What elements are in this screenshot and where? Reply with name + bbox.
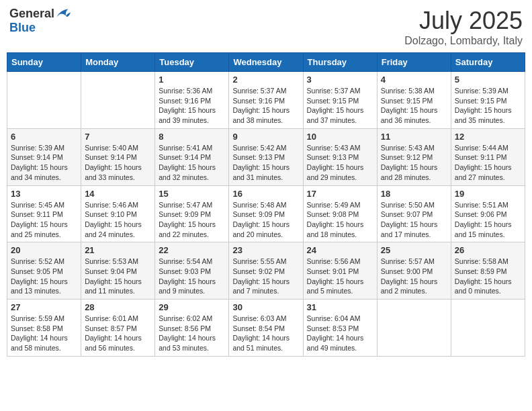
calendar-cell: 11Sunrise: 5:43 AMSunset: 9:12 PMDayligh… xyxy=(377,128,451,185)
day-number: 13 xyxy=(11,189,77,199)
calendar-cell: 16Sunrise: 5:48 AMSunset: 9:09 PMDayligh… xyxy=(229,185,303,242)
calendar-cell: 19Sunrise: 5:51 AMSunset: 9:06 PMDayligh… xyxy=(451,185,525,242)
calendar-cell xyxy=(451,300,525,357)
day-info: Sunrise: 5:46 AMSunset: 9:10 PMDaylight:… xyxy=(85,200,151,240)
calendar-cell: 20Sunrise: 5:52 AMSunset: 9:05 PMDayligh… xyxy=(7,242,81,300)
location-subtitle: Dolzago, Lombardy, Italy xyxy=(404,35,523,47)
calendar-cell: 12Sunrise: 5:44 AMSunset: 9:11 PMDayligh… xyxy=(451,128,525,185)
logo: General Blue xyxy=(9,7,71,35)
day-info: Sunrise: 5:51 AMSunset: 9:06 PMDaylight:… xyxy=(455,200,521,240)
calendar-cell xyxy=(7,72,81,129)
day-info: Sunrise: 5:57 AMSunset: 9:00 PMDaylight:… xyxy=(381,257,447,296)
day-info: Sunrise: 6:02 AMSunset: 8:56 PMDaylight:… xyxy=(159,314,225,353)
calendar-cell: 4Sunrise: 5:38 AMSunset: 9:15 PMDaylight… xyxy=(377,72,451,129)
weekday-header-row: SundayMondayTuesdayWednesdayThursdayFrid… xyxy=(7,53,525,72)
day-info: Sunrise: 5:37 AMSunset: 9:16 PMDaylight:… xyxy=(232,86,299,126)
day-number: 2 xyxy=(232,75,299,85)
day-info: Sunrise: 5:41 AMSunset: 9:14 PMDaylight:… xyxy=(159,143,225,183)
calendar-week-row: 6Sunrise: 5:39 AMSunset: 9:14 PMDaylight… xyxy=(7,128,525,185)
day-number: 10 xyxy=(307,132,373,142)
weekday-header-saturday: Saturday xyxy=(451,53,525,72)
day-number: 18 xyxy=(381,189,447,199)
day-number: 29 xyxy=(159,302,225,312)
calendar-cell: 14Sunrise: 5:46 AMSunset: 9:10 PMDayligh… xyxy=(81,185,155,242)
day-number: 1 xyxy=(159,75,225,85)
logo-general-text: General xyxy=(9,7,54,21)
day-info: Sunrise: 5:43 AMSunset: 9:13 PMDaylight:… xyxy=(307,143,373,183)
day-number: 24 xyxy=(307,245,373,255)
day-info: Sunrise: 5:49 AMSunset: 9:08 PMDaylight:… xyxy=(307,200,373,240)
day-info: Sunrise: 5:48 AMSunset: 9:09 PMDaylight:… xyxy=(232,200,299,240)
day-info: Sunrise: 5:55 AMSunset: 9:02 PMDaylight:… xyxy=(232,257,299,296)
month-title: July 2025 xyxy=(404,7,523,35)
day-number: 14 xyxy=(85,189,151,199)
day-number: 8 xyxy=(159,132,225,142)
day-number: 20 xyxy=(11,245,77,255)
calendar-cell: 24Sunrise: 5:56 AMSunset: 9:01 PMDayligh… xyxy=(303,242,377,300)
day-info: Sunrise: 5:58 AMSunset: 8:59 PMDaylight:… xyxy=(455,257,521,296)
day-number: 3 xyxy=(307,75,373,85)
calendar-cell xyxy=(377,300,451,357)
calendar-table: SundayMondayTuesdayWednesdayThursdayFrid… xyxy=(7,52,525,357)
weekday-header-tuesday: Tuesday xyxy=(155,53,229,72)
calendar-cell: 21Sunrise: 5:53 AMSunset: 9:04 PMDayligh… xyxy=(81,242,155,300)
day-info: Sunrise: 5:56 AMSunset: 9:01 PMDaylight:… xyxy=(307,257,373,296)
day-info: Sunrise: 5:42 AMSunset: 9:13 PMDaylight:… xyxy=(232,143,299,183)
day-number: 12 xyxy=(455,132,521,142)
logo-bird-icon xyxy=(54,7,71,21)
day-info: Sunrise: 5:52 AMSunset: 9:05 PMDaylight:… xyxy=(11,257,77,296)
day-info: Sunrise: 5:45 AMSunset: 9:11 PMDaylight:… xyxy=(11,200,77,240)
weekday-header-sunday: Sunday xyxy=(7,53,81,72)
day-number: 9 xyxy=(232,132,299,142)
calendar-cell: 6Sunrise: 5:39 AMSunset: 9:14 PMDaylight… xyxy=(7,128,81,185)
calendar-cell: 29Sunrise: 6:02 AMSunset: 8:56 PMDayligh… xyxy=(155,300,229,357)
day-number: 11 xyxy=(381,132,447,142)
day-info: Sunrise: 6:01 AMSunset: 8:57 PMDaylight:… xyxy=(85,314,151,353)
calendar-cell: 5Sunrise: 5:39 AMSunset: 9:15 PMDaylight… xyxy=(451,72,525,129)
day-info: Sunrise: 5:43 AMSunset: 9:12 PMDaylight:… xyxy=(381,143,447,183)
day-number: 28 xyxy=(85,302,151,312)
day-info: Sunrise: 5:53 AMSunset: 9:04 PMDaylight:… xyxy=(85,257,151,296)
calendar-cell: 9Sunrise: 5:42 AMSunset: 9:13 PMDaylight… xyxy=(229,128,303,185)
day-number: 26 xyxy=(455,245,521,255)
calendar-week-row: 27Sunrise: 5:59 AMSunset: 8:58 PMDayligh… xyxy=(7,300,525,357)
day-info: Sunrise: 5:37 AMSunset: 9:15 PMDaylight:… xyxy=(307,86,373,126)
weekday-header-thursday: Thursday xyxy=(303,53,377,72)
weekday-header-friday: Friday xyxy=(377,53,451,72)
day-info: Sunrise: 6:04 AMSunset: 8:53 PMDaylight:… xyxy=(307,314,373,353)
weekday-header-monday: Monday xyxy=(81,53,155,72)
calendar-cell: 28Sunrise: 6:01 AMSunset: 8:57 PMDayligh… xyxy=(81,300,155,357)
day-number: 31 xyxy=(307,302,373,312)
calendar-cell: 10Sunrise: 5:43 AMSunset: 9:13 PMDayligh… xyxy=(303,128,377,185)
calendar-cell: 18Sunrise: 5:50 AMSunset: 9:07 PMDayligh… xyxy=(377,185,451,242)
calendar-cell: 3Sunrise: 5:37 AMSunset: 9:15 PMDaylight… xyxy=(303,72,377,129)
calendar-week-row: 1Sunrise: 5:36 AMSunset: 9:16 PMDaylight… xyxy=(7,72,525,129)
day-number: 21 xyxy=(85,245,151,255)
calendar-cell: 13Sunrise: 5:45 AMSunset: 9:11 PMDayligh… xyxy=(7,185,81,242)
day-number: 7 xyxy=(85,132,151,142)
calendar-cell: 17Sunrise: 5:49 AMSunset: 9:08 PMDayligh… xyxy=(303,185,377,242)
day-number: 15 xyxy=(159,189,225,199)
day-info: Sunrise: 5:44 AMSunset: 9:11 PMDaylight:… xyxy=(455,143,521,183)
calendar-cell xyxy=(81,72,155,129)
day-info: Sunrise: 5:39 AMSunset: 9:15 PMDaylight:… xyxy=(455,86,521,126)
day-info: Sunrise: 5:59 AMSunset: 8:58 PMDaylight:… xyxy=(11,314,77,353)
calendar-cell: 22Sunrise: 5:54 AMSunset: 9:03 PMDayligh… xyxy=(155,242,229,300)
day-info: Sunrise: 5:50 AMSunset: 9:07 PMDaylight:… xyxy=(381,200,447,240)
calendar-cell: 27Sunrise: 5:59 AMSunset: 8:58 PMDayligh… xyxy=(7,300,81,357)
day-number: 25 xyxy=(381,245,447,255)
day-info: Sunrise: 5:54 AMSunset: 9:03 PMDaylight:… xyxy=(159,257,225,296)
calendar-cell: 25Sunrise: 5:57 AMSunset: 9:00 PMDayligh… xyxy=(377,242,451,300)
day-number: 19 xyxy=(455,189,521,199)
day-info: Sunrise: 5:47 AMSunset: 9:09 PMDaylight:… xyxy=(159,200,225,240)
title-section: July 2025 Dolzago, Lombardy, Italy xyxy=(404,7,523,47)
calendar-cell: 26Sunrise: 5:58 AMSunset: 8:59 PMDayligh… xyxy=(451,242,525,300)
calendar-cell: 15Sunrise: 5:47 AMSunset: 9:09 PMDayligh… xyxy=(155,185,229,242)
day-info: Sunrise: 5:40 AMSunset: 9:14 PMDaylight:… xyxy=(85,143,151,183)
calendar-cell: 31Sunrise: 6:04 AMSunset: 8:53 PMDayligh… xyxy=(303,300,377,357)
calendar-cell: 2Sunrise: 5:37 AMSunset: 9:16 PMDaylight… xyxy=(229,72,303,129)
calendar-cell: 8Sunrise: 5:41 AMSunset: 9:14 PMDaylight… xyxy=(155,128,229,185)
day-number: 22 xyxy=(159,245,225,255)
day-number: 27 xyxy=(11,302,77,312)
calendar-cell: 1Sunrise: 5:36 AMSunset: 9:16 PMDaylight… xyxy=(155,72,229,129)
